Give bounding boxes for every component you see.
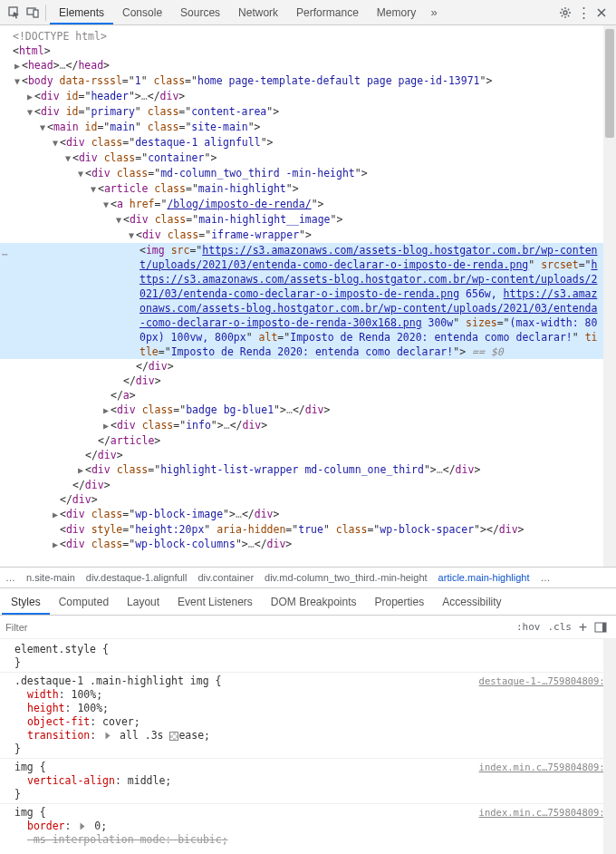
tab-network[interactable]: Network (229, 1, 287, 24)
dom-line[interactable]: </div> (0, 448, 616, 462)
toggle-panel-icon[interactable] (591, 622, 611, 633)
tab-elements[interactable]: Elements (50, 1, 113, 24)
rule-selector[interactable]: element.style { (14, 643, 611, 656)
css-property[interactable]: height: 100%; (14, 702, 611, 715)
selection-marker: ⋯ (0, 248, 8, 260)
settings-icon[interactable] (556, 4, 574, 22)
dom-line[interactable]: ▶<div class="highlight-list-wrapper md-c… (0, 462, 616, 478)
breadcrumb-item[interactable]: div.destaque-1.alignfull (86, 572, 188, 583)
dom-line[interactable]: ▼<div class="container"> (0, 150, 616, 166)
css-property[interactable]: transition: all .3s ease; (14, 729, 611, 742)
tab-memory[interactable]: Memory (368, 1, 425, 24)
dom-line[interactable]: ▼<a href="/blog/imposto-de-renda/"> (0, 197, 616, 212)
dom-line[interactable]: <!DOCTYPE html> (0, 29, 616, 44)
elements-dom-tree[interactable]: ⋯ <!DOCTYPE html> <html> ▶<head>…</head>… (0, 25, 616, 567)
dom-line[interactable]: </article> (0, 433, 616, 448)
dom-line[interactable]: ▶<head>…</head> (0, 58, 616, 73)
inspect-element-icon[interactable] (5, 4, 24, 22)
dom-line[interactable]: ▼<main id="main" class="site-main"> (0, 120, 616, 135)
dom-line[interactable]: <html> (0, 44, 616, 58)
tab-performance[interactable]: Performance (287, 1, 368, 24)
collapse-arrow-icon[interactable]: ▼ (13, 74, 22, 89)
dom-line-selected[interactable]: <img src="https://s3.amazonaws.com/asset… (0, 243, 616, 359)
dom-line[interactable]: ▼<div class="main-highlight__image"> (0, 212, 616, 228)
toggle-cls-button[interactable]: .cls (544, 621, 575, 633)
breadcrumb-item[interactable]: div.md-column_two_third.-min-height (265, 572, 428, 583)
styles-filter-row: :hov .cls + (0, 616, 616, 639)
expand-shorthand-icon[interactable] (81, 823, 85, 830)
breadcrumb-item[interactable]: article.main-highlight (438, 572, 530, 583)
tab-sources[interactable]: Sources (171, 1, 229, 24)
css-property[interactable]: width: 100%; (14, 688, 611, 702)
style-rule[interactable]: index.min.c…759804809:1 img { vertical-a… (0, 759, 616, 804)
styles-filter-input[interactable] (5, 622, 513, 633)
divider (45, 5, 46, 21)
tab-console[interactable]: Console (113, 1, 171, 24)
bezier-swatch-icon[interactable] (169, 732, 178, 741)
scrollbar[interactable] (603, 25, 616, 567)
expand-shorthand-icon[interactable] (106, 733, 111, 740)
subtab-layout[interactable]: Layout (118, 589, 168, 615)
rule-source-link[interactable]: index.min.c…759804809:1 (479, 806, 611, 820)
dom-line[interactable]: ▼<div class="iframe-wrapper"> (0, 228, 616, 243)
dom-line[interactable]: ▼<div id="primary" class="content-area"> (0, 104, 616, 120)
dom-line[interactable]: ▶<div class="wp-block-image">…</div> (0, 507, 616, 522)
subtab-dom-breakpoints[interactable]: DOM Breakpoints (262, 589, 366, 615)
dom-line[interactable]: ▶<div class="info">…</div> (0, 418, 616, 433)
styles-subtabs: Styles Computed Layout Event Listeners D… (0, 588, 616, 616)
expand-arrow-icon[interactable]: ▶ (13, 59, 22, 73)
dom-line[interactable]: ▶<div class="badge bg-blue1">…</div> (0, 403, 616, 418)
dom-line[interactable]: ▼<div class="md-column_two_third -min-he… (0, 166, 616, 181)
style-rule[interactable]: destaque-1-…759804809:1 .destaque-1 .mai… (0, 673, 616, 759)
subtab-event-listeners[interactable]: Event Listeners (168, 589, 262, 615)
svg-rect-2 (34, 10, 38, 17)
devtools-main-toolbar: Elements Console Sources Network Perform… (0, 0, 616, 25)
css-property[interactable]: object-fit: cover; (14, 715, 611, 729)
svg-rect-5 (602, 623, 606, 632)
rule-source-link[interactable]: index.min.c…759804809:1 (479, 761, 611, 774)
scrollbar-thumb[interactable] (605, 29, 614, 138)
toggle-hov-button[interactable]: :hov (513, 621, 544, 633)
new-style-rule-icon[interactable]: + (575, 619, 591, 636)
subtab-styles[interactable]: Styles (2, 589, 50, 615)
css-property[interactable]: vertical-align: middle; (14, 774, 611, 788)
elements-breadcrumb[interactable]: … n.site-main div.destaque-1.alignfull d… (0, 567, 616, 588)
dom-line[interactable]: ▶<div id="header">…</div> (0, 89, 616, 104)
dom-line[interactable]: </div> (0, 374, 616, 388)
subtab-accessibility[interactable]: Accessibility (433, 589, 510, 615)
svg-point-3 (563, 11, 567, 15)
breadcrumb-item[interactable]: n.site-main (26, 572, 75, 583)
css-property-overridden[interactable]: -ms-interpolation-mode: bicubic; (14, 833, 611, 847)
dom-line[interactable]: ▼<body data-rsssl="1" class="home page-t… (0, 73, 616, 89)
style-rule[interactable]: index.min.c…759804809:1 img { border: 0;… (0, 804, 616, 849)
scrollbar[interactable] (603, 639, 616, 854)
dom-line[interactable]: <div style="height:20px" aria-hidden="tr… (0, 522, 616, 537)
styles-panel[interactable]: element.style { } destaque-1-…759804809:… (0, 639, 616, 854)
rule-source-link[interactable]: destaque-1-…759804809:1 (479, 674, 611, 688)
dom-line[interactable]: ▼<article class="main-highlight"> (0, 181, 616, 197)
breadcrumb-item[interactable]: … (541, 572, 551, 583)
more-tabs-icon[interactable]: » (425, 4, 443, 22)
dom-line[interactable]: ▼<div class="destaque-1 alignfull"> (0, 135, 616, 150)
dom-line[interactable]: ▶<div class="wp-block-columns">…</div> (0, 537, 616, 552)
kebab-menu-icon[interactable]: ⋮ (574, 4, 592, 22)
style-rule[interactable]: element.style { } (0, 641, 616, 673)
close-devtools-icon[interactable] (592, 4, 611, 22)
dom-line[interactable]: </a> (0, 388, 616, 403)
subtab-computed[interactable]: Computed (50, 589, 118, 615)
breadcrumb-item[interactable]: … (5, 572, 15, 583)
dom-line[interactable]: </div> (0, 359, 616, 374)
device-toolbar-icon[interactable] (24, 4, 42, 22)
breadcrumb-item[interactable]: div.container (198, 572, 255, 583)
subtab-properties[interactable]: Properties (366, 589, 434, 615)
dom-line[interactable]: </div> (0, 492, 616, 507)
dom-line[interactable]: </div> (0, 478, 616, 492)
css-property[interactable]: border: 0; (14, 820, 611, 833)
